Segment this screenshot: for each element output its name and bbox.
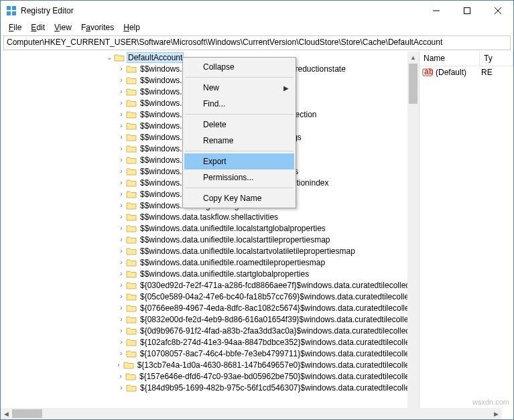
app-icon [6,5,17,16]
ctx-find[interactable]: Find... [184,96,294,112]
expand-icon[interactable]: › [117,269,126,279]
tree-item[interactable]: ›${10708057-8ac7-46c4-bbfe-7e3eb4799711}… [1,348,419,359]
tree-item[interactable]: ›${030ed92d-7e2f-471a-a286-fcd8866aee7f}… [1,279,419,291]
folder-icon [126,190,137,199]
tree-label: ${0832e00d-fe2d-4eb9-8d86-616a01654f39}$… [139,315,417,324]
expand-icon[interactable]: › [117,190,126,199]
expand-icon[interactable]: › [117,383,126,393]
expand-icon[interactable]: › [117,201,126,210]
expand-icon[interactable]: › [117,87,126,96]
address-bar[interactable]: Computer\HKEY_CURRENT_USER\Software\Micr… [3,36,511,50]
tree-item[interactable]: ›${102afc8b-274d-41e3-94aa-8847bdbce352}… [1,336,419,348]
scroll-left-icon[interactable]: ◀ [1,408,12,419]
expand-icon[interactable]: › [116,372,125,381]
tree-scrollbar-vertical[interactable]: ▲ ▼ [407,52,419,419]
ctx-copy-key-name[interactable]: Copy Key Name [184,190,294,206]
expand-icon[interactable]: › [117,167,126,176]
window-controls [421,1,513,21]
expand-icon[interactable]: › [117,121,126,131]
folder-icon [125,372,136,381]
tree-item[interactable]: ›${0d9b9676-91f2-4fad-a83b-2faa3dd3ac0a}… [1,325,419,336]
tree-item[interactable]: ›${0832e00d-fe2d-4eb9-8d86-616a01654f39}… [1,313,419,325]
folder-icon [126,212,137,222]
ctx-collapse[interactable]: Collapse [184,59,294,75]
minimize-button[interactable] [421,1,452,21]
expand-icon[interactable]: › [117,303,126,313]
expand-icon[interactable]: › [117,110,126,119]
ctx-export[interactable]: Export [184,153,294,169]
menu-help[interactable]: Help [119,21,144,33]
menu-view[interactable]: View [50,21,76,33]
menu-favorites[interactable]: Favorites [77,21,118,33]
ctx-delete[interactable]: Delete [184,117,294,133]
folder-icon [126,292,137,301]
folder-icon [126,281,137,290]
tree-label: ${05c0e589-04a2-47e6-bc40-fa18b57cc769}$… [139,292,416,301]
tree-label: ${13cb7e4a-1d0a-4630-8681-147b649657e0}$… [136,360,419,370]
expand-icon[interactable]: › [117,76,126,85]
separator [185,151,294,151]
string-value-icon: ab [422,67,433,78]
expand-icon[interactable]: › [117,281,126,290]
value-name: (Default) [436,68,481,77]
folder-icon [126,383,137,393]
ctx-rename[interactable]: Rename [184,133,294,149]
tree-label: $$windows.data.unifiedtile.localstartvol… [139,247,357,256]
expand-icon[interactable]: › [117,315,126,324]
svg-rect-0 [7,6,11,10]
expand-icon[interactable]: › [117,98,126,108]
tree-item[interactable]: ›${13cb7e4a-1d0a-4630-8681-147b649657e0}… [1,359,419,370]
expand-icon[interactable]: › [117,212,126,222]
list-rows: ab (Default) RE [420,66,513,78]
scroll-right-icon[interactable]: ▶ [491,408,502,419]
title-bar[interactable]: Registry Editor [1,1,513,21]
menu-edit[interactable]: Edit [27,21,49,33]
tree-item[interactable]: ›${05c0e589-04a2-47e6-bc40-fa18b57cc769}… [1,291,419,302]
expand-icon[interactable]: › [117,224,126,233]
tree-item[interactable]: ›$$windows.data.unifiedtile.localstartvo… [1,245,419,257]
expand-icon[interactable]: › [117,64,126,74]
scroll-thumb[interactable] [12,409,42,418]
expand-icon[interactable]: › [117,338,126,347]
expand-icon[interactable]: › [117,349,126,358]
folder-icon [126,303,137,313]
svg-rect-2 [7,11,11,15]
tree-label: ${0d9b9676-91f2-4fad-a83b-2faa3dd3ac0a}$… [139,326,415,336]
ctx-new[interactable]: New▶ [184,80,294,96]
expand-icon[interactable]: › [117,326,126,336]
ctx-permissions[interactable]: Permissions... [184,169,294,186]
tree-label: ${030ed92d-7e2f-471a-a286-fcd8866aee7f}$… [139,281,415,290]
list-item[interactable]: ab (Default) RE [420,66,513,78]
expand-icon[interactable]: › [117,235,126,244]
expand-icon[interactable]: › [114,360,123,370]
tree-item[interactable]: ›${157e646e-dfd6-47c0-93ae-bd05962be750}… [1,370,419,382]
expand-icon[interactable]: › [117,292,126,301]
tree-item[interactable]: ›${184d9b95-1699-482b-975c-56f1cd546307}… [1,382,419,393]
col-name[interactable]: Name [420,52,480,66]
collapse-icon[interactable]: ⌄ [105,53,114,62]
tree-item[interactable]: ›$$windows.data.unifiedtile.startglobalp… [1,268,419,279]
list-pane[interactable]: Name Ty ab (Default) RE [420,52,513,419]
tree-item[interactable]: ›$$windows.data.unifiedtile.localstartgl… [1,222,419,234]
scroll-up-icon[interactable]: ▲ [407,52,419,63]
tree-item[interactable]: ›$$windows.data.unifiedtile.localstartti… [1,234,419,245]
scroll-thumb[interactable] [409,64,417,104]
expand-icon[interactable]: › [117,178,126,188]
expand-icon[interactable]: › [117,155,126,165]
menu-file[interactable]: File [5,21,25,33]
expand-icon[interactable]: › [117,258,126,267]
close-button[interactable] [483,1,513,21]
folder-icon [126,87,137,96]
tree-item[interactable]: ›$$windows.data.taskflow.shellactivities [1,211,419,222]
col-type[interactable]: Ty [480,52,513,66]
separator [185,114,294,115]
expand-icon[interactable]: › [117,133,126,142]
tree-item[interactable]: ›${0766ee89-4967-4eda-8dfc-8ac1082c5674}… [1,302,419,313]
menu-bar: File Edit View Favorites Help [1,21,513,34]
expand-icon[interactable]: › [117,144,126,153]
maximize-button[interactable] [452,1,483,21]
horizontal-scrollbar[interactable]: ◀ ▶ [1,408,502,419]
expand-icon[interactable]: › [117,247,126,256]
tree-item[interactable]: ›$$windows.data.unifiedtile.roamedtilepr… [1,257,419,268]
tree-label: $$windows.data.unifiedtile.startglobalpr… [139,269,310,279]
